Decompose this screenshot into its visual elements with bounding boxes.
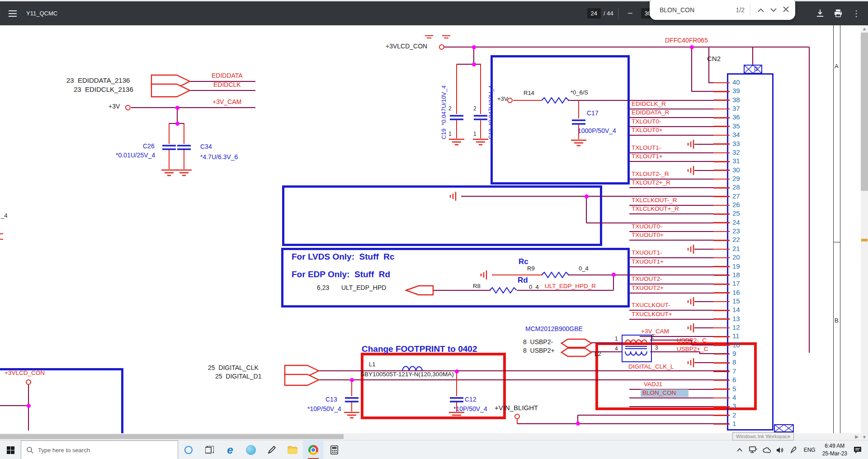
ground-symbol [571,139,586,147]
date: 25-Mar-23 [822,450,847,458]
taskbar-search-input[interactable]: Type here to search [21,440,178,459]
wire [590,342,622,343]
pin-net-label: TXLCLKOUT+_R [632,206,679,212]
pin-number: 34 [732,131,740,138]
pin-stub [713,99,730,101]
pin-number: 7 [732,368,736,375]
chrome-icon[interactable] [303,440,324,459]
pin-number: 26 [732,201,740,208]
schematic-group-box [282,185,602,246]
pin-number: 33 [732,140,740,147]
wire [433,290,491,291]
page-number-input[interactable]: 24 [587,8,601,19]
capacitor-symbol [162,144,176,149]
junction-dot [612,273,616,277]
wire [578,100,579,118]
ground-symbol [449,191,457,201]
windows-ink-icon[interactable] [787,440,801,459]
ground-symbol [449,138,464,147]
previous-match-icon[interactable] [756,5,766,15]
wire [752,47,753,65]
pin-net-label: EDIDDATA_R [632,109,670,116]
start-button[interactable] [0,440,21,459]
pin-net-label: USBP2-_C [677,337,707,344]
wire [613,275,614,290]
find-input[interactable]: BLON_CON [660,6,736,14]
vertical-scrollbar-thumb[interactable] [861,33,868,191]
net-arrow-usbp2-plus [561,347,592,357]
schematic-label: C17 [587,110,599,117]
pin-stub [713,161,730,162]
task-view-icon[interactable] [199,440,220,459]
stylus-app-icon[interactable] [261,440,282,459]
resistor-symbol [542,272,569,278]
pin-stub [713,380,730,381]
pin-number: 31 [732,157,740,165]
schematic-label: R8 [473,283,481,289]
volume-icon[interactable] [774,440,787,459]
print-icon[interactable] [831,6,845,21]
wire [809,47,810,353]
vertical-scrollbar[interactable]: ▲ ▼ [861,25,868,440]
net-arrow-ult-edp-hpd [405,285,434,296]
menu-icon[interactable] [5,6,20,21]
pin-net-label: TXLOUT0- [632,118,661,125]
ground-symbol [687,358,694,368]
schematic-label: +VIN_BLIGHT [495,404,538,412]
pin-number: 2 [732,412,736,419]
close-icon[interactable] [778,5,795,15]
schematic-label: C13 [326,396,337,403]
schematic-label: A [835,63,839,70]
pin-number: 6 [732,376,736,383]
action-center-icon[interactable] [851,440,864,459]
zoom-out-icon[interactable]: − [623,6,637,21]
pin-number: 9 [732,350,736,357]
more-options-icon[interactable]: ⋮ [849,6,863,21]
pin-number: 40 [732,79,740,86]
horizontal-scrollbar[interactable]: ▶ [0,433,861,440]
wire [427,38,431,38]
wire [351,402,352,412]
resistor-symbol [542,97,569,104]
pin-number: 29 [732,175,740,182]
scroll-down-icon[interactable]: ▼ [861,434,868,440]
calculator-icon[interactable] [324,440,344,459]
clock[interactable]: 6:49 AM 25-Mar-23 [819,442,851,458]
horizontal-scrollbar-thumb[interactable] [0,434,344,439]
cortana-icon[interactable] [178,440,199,459]
pin-net-label: TXLOUT0+ [632,127,663,133]
pin-number: 3 [732,402,736,410]
pin-stub [713,371,730,373]
pin-net-label: TXLOUT1- [632,145,661,151]
language-indicator[interactable]: ENG [801,440,819,459]
pin-net-label: VADJ1 [644,381,662,388]
pin-stub [713,213,730,215]
schematic-label: 4 [615,346,618,352]
scroll-right-icon[interactable]: ▶ [853,433,861,440]
pin-net-label: +3V_CAM [641,328,669,335]
hidden-icons-chevron[interactable] [733,440,746,459]
schematic-label: 1 [473,131,476,137]
pin-net-label: TXUOUT2+ [632,285,664,291]
onedrive-icon[interactable] [760,440,774,459]
next-match-icon[interactable] [766,5,778,15]
schematic-label: 1 [448,131,452,137]
pin-stub [713,362,730,364]
pin-net-label: TXUOUT0- [632,223,662,230]
browser-app-icon[interactable] [241,440,261,459]
network-display-icon[interactable] [746,440,760,459]
wire [840,25,840,433]
find-bar: BLON_CON 1/2 [650,0,795,20]
edge-icon[interactable]: e [220,440,241,459]
wire [708,47,709,83]
pin-stub [713,152,730,154]
junction-dot [175,106,179,110]
wire [184,123,184,144]
schematic-label: _4 [1,213,7,219]
scroll-up-icon[interactable]: ▲ [861,25,868,32]
schematic-label: C34 [200,143,212,150]
file-explorer-icon[interactable] [282,440,303,459]
wire [190,90,255,91]
download-icon[interactable] [813,6,827,21]
pin-stub [713,318,730,320]
